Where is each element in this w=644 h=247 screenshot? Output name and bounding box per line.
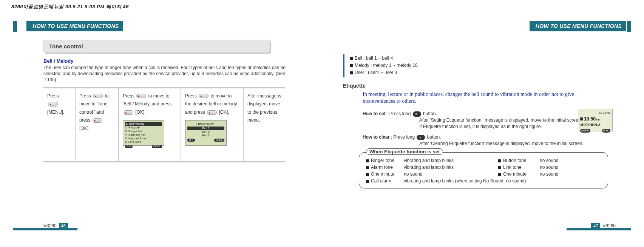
screen-line: 6. Link Tone xyxy=(125,140,162,144)
tab-decoration xyxy=(13,21,17,32)
screen-line: 2. Ring/Vib xyxy=(125,126,162,130)
footer-left: V8260 46 xyxy=(43,223,68,228)
mini-phone-screen: 5 / 3 Wed 10:50am MOTOROLA MENUMAIL xyxy=(578,109,613,131)
section-tab-left: HOW TO USE MENU FUNCTIONS xyxy=(26,21,123,31)
steps-box: Press [MENU]. Press to move to 'Tone con… xyxy=(43,87,285,162)
step-2: Press to move to 'Tone control ' and pre… xyxy=(76,88,119,161)
screen-cncl: CNCL xyxy=(152,145,162,148)
etiquette-desc: In meeting, lecture or in public places,… xyxy=(363,91,593,105)
step-text: [OK]. xyxy=(79,126,90,131)
screen-ok: O K xyxy=(187,139,195,142)
screen-line: 3. Ringer Vol xyxy=(125,130,162,133)
step-4: Press to move to the desired bell or mel… xyxy=(181,88,244,161)
nav-button-icon xyxy=(48,102,58,107)
tab-decoration xyxy=(627,21,631,32)
screen-cncl: CNCL xyxy=(214,139,224,142)
how-to-clear-sub: After 'Clearing Etiquette function' mess… xyxy=(419,140,616,147)
list-text: User : user1 ~ user 3 xyxy=(355,70,397,75)
mini-time: 10:50 xyxy=(584,116,596,122)
how-to-clear-text: : Press long xyxy=(391,134,415,140)
bullet-icon xyxy=(498,173,501,176)
mini-mail: MAIL xyxy=(602,129,610,133)
nav-button-icon xyxy=(199,94,208,98)
phone-screen-bellmelody: [ Bell/Melody ] Bell 1 Bell 2 Bell 3 O K… xyxy=(185,120,227,146)
footer-line xyxy=(567,228,631,230)
bell-melody-title: Bell / Melody xyxy=(43,58,293,64)
how-to-clear: How to clear : Press long button. After … xyxy=(363,134,616,147)
step-text: Press xyxy=(185,93,197,99)
screen-line: Bell 2 xyxy=(187,130,224,134)
mini-menu: MENU xyxy=(580,129,590,133)
mini-brand: MOTOROLA xyxy=(580,122,610,128)
mini-ampm: am xyxy=(596,118,600,121)
bullet-icon xyxy=(366,166,369,169)
page-number: 46 xyxy=(59,223,68,228)
when-value: no sound xyxy=(404,171,498,178)
step-text: Press xyxy=(123,93,134,99)
step-1: Press [MENU]. xyxy=(43,88,76,161)
when-label: Alarm tone xyxy=(371,165,393,170)
screen-line: Bell 3 xyxy=(187,134,224,137)
screen-title: [ Bell/Melody ] xyxy=(187,122,224,126)
list-item: Bell : bell 1 ~ bell 4 xyxy=(350,55,616,62)
model-label: V8260 xyxy=(43,223,57,228)
when-label: One minute xyxy=(371,171,394,177)
screen-ok: O K xyxy=(125,145,133,148)
step-text: Press xyxy=(47,93,59,99)
page-left: HOW TO USE MENU FUNCTIONS Tone control B… xyxy=(13,21,315,232)
hash-button-icon xyxy=(413,111,421,117)
screen-line: 5. Keypad Tone xyxy=(125,137,162,140)
when-row: Alarm tone vibrating and lamp blinks Lin… xyxy=(366,164,601,171)
step-text: Press xyxy=(79,93,91,99)
bullet-icon xyxy=(350,71,353,74)
page-number: 47 xyxy=(591,223,600,228)
bullet-icon xyxy=(350,64,353,67)
step-text: [OK]. xyxy=(219,110,229,115)
when-legend: When Etiquette function is set xyxy=(366,148,443,155)
when-value: no sound xyxy=(540,171,578,178)
bullet-icon xyxy=(366,173,369,176)
when-etiquette-box: When Etiquette function is set Ringer to… xyxy=(359,152,608,188)
tone-control-banner: Tone control xyxy=(43,40,270,53)
when-label: One minute xyxy=(503,171,527,177)
step-text: [MENU]. xyxy=(47,110,64,115)
options-list: Bell : bell 1 ~ bell 4 Melody : melody 1… xyxy=(343,54,616,77)
when-value: vibrating and lamp blinks xyxy=(404,157,498,164)
nav-button-icon xyxy=(93,118,102,123)
etiquette-icon xyxy=(580,117,583,120)
nav-button-icon xyxy=(124,110,133,115)
etiquette-title: Etiquette xyxy=(343,83,616,89)
footer-line xyxy=(13,228,77,230)
bullet-icon xyxy=(498,159,501,162)
nav-button-icon xyxy=(93,94,103,98)
when-value: vibrating and lamp blinks (when setting … xyxy=(404,178,601,184)
step-3: Press to move to 'Bell / Melody' and pre… xyxy=(119,88,181,161)
bullet-icon xyxy=(366,180,369,183)
page-right: HOW TO USE MENU FUNCTIONS Bell : bell 1 … xyxy=(329,21,631,232)
list-item: Melody : melody 1 ~ melody 10 xyxy=(350,62,616,69)
screen-line: Bell 1 xyxy=(187,127,224,130)
when-row: Call alarm vibrating and lamp blinks (wh… xyxy=(366,178,601,184)
step-text: [OK]. xyxy=(135,110,145,115)
model-label: V8260 xyxy=(602,223,616,228)
source-header: 8260아폴로영문메뉴얼 00.5.21 5:03 PM 페이지 46 xyxy=(11,3,129,10)
how-to-set-text: button. xyxy=(423,111,437,116)
nav-button-icon xyxy=(136,94,146,98)
mini-date: 5 / 3 Wed xyxy=(580,111,610,115)
when-value: no sound xyxy=(540,164,578,171)
step-text: After message is displayed, move to the … xyxy=(247,93,281,123)
phone-screen-menu: 1. Bell/Melody 2. Ring/Vib 3. Ringer Vol… xyxy=(123,120,164,146)
step-5: After message is displayed, move to the … xyxy=(244,88,285,161)
bullet-icon xyxy=(366,159,369,162)
bullet-icon xyxy=(498,166,501,169)
bell-melody-body: The user can change the type of ringer t… xyxy=(43,65,293,83)
screen-line: 1. Bell/Melody xyxy=(125,122,162,126)
list-text: Melody : melody 1 ~ melody 10 xyxy=(355,63,417,68)
when-value: vibrating and lamp blinks xyxy=(404,164,498,171)
how-to-clear-label: How to clear xyxy=(363,134,389,140)
when-label: Button tone xyxy=(503,158,526,163)
when-label: Call alarm xyxy=(371,178,391,184)
hash-button-icon xyxy=(417,135,425,140)
how-to-set-text: : Press long xyxy=(387,111,411,116)
nav-button-icon xyxy=(207,110,217,115)
